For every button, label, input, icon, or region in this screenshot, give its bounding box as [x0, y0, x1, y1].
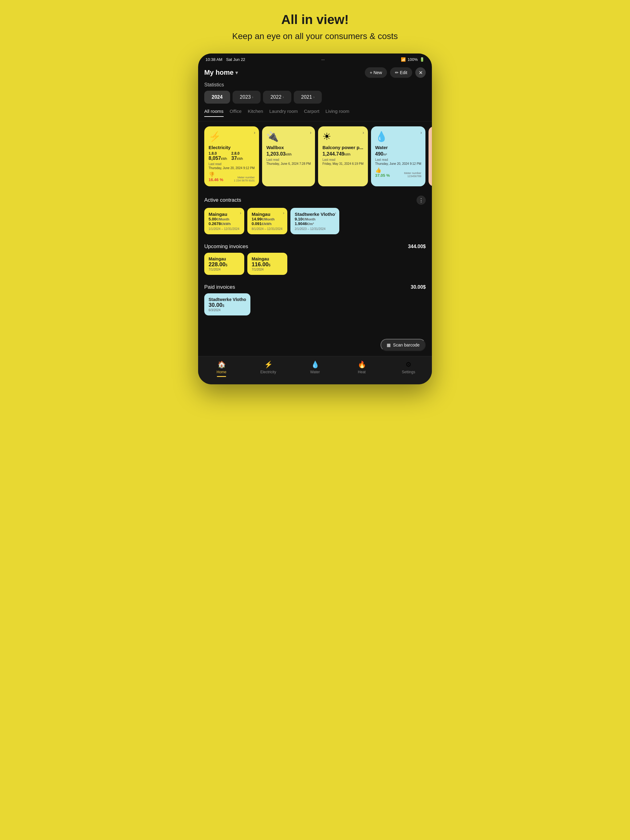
- nav-home-label: Home: [217, 370, 226, 374]
- nav-home[interactable]: 🏠 Home: [198, 361, 245, 377]
- nav-heat[interactable]: 🔥 Heat: [339, 361, 385, 377]
- chevron-right-icon: ›: [362, 130, 364, 135]
- elec-bottom: 👎 16.46 % Meter number 1 234 5678 9101: [209, 172, 255, 182]
- upcoming-invoices-total: 344.00$: [408, 244, 426, 249]
- wallbox-icon: 🔌: [266, 131, 311, 142]
- elec-thumb-down: 👎: [209, 172, 215, 177]
- water-nav-icon: 💧: [311, 361, 319, 369]
- home-selector[interactable]: My home ▾: [204, 69, 238, 77]
- balcony-card[interactable]: › ☀ Balcony power p... 1,244.749kWh Last…: [318, 126, 367, 186]
- tab-living-room[interactable]: Living room: [326, 109, 350, 117]
- nav-electricity[interactable]: ⚡ Electricity: [245, 361, 291, 377]
- chevron-down-icon: ▾: [235, 70, 238, 76]
- tab-kitchen[interactable]: Kitchen: [248, 109, 263, 117]
- new-button[interactable]: + New: [365, 67, 387, 78]
- wallbox-last-read: Last read: [266, 158, 311, 161]
- paid-invoices-total: 30.00$: [411, 284, 426, 290]
- water-meter: Meter number 123456789: [404, 172, 421, 178]
- water-thumb-up: 👍: [375, 167, 381, 173]
- wallbox-title: Wallbox: [266, 145, 311, 150]
- contracts-menu-button[interactable]: ⋮: [416, 196, 426, 205]
- chevron-right-icon: ›: [283, 95, 284, 99]
- elec-date: Thursday, June 20, 2024 9:12 PM: [209, 166, 255, 170]
- electricity-values: 1.8.0 8,057kWh 2.8.0 37kWh: [209, 151, 255, 161]
- year-tab-2024[interactable]: 2024: [204, 91, 230, 104]
- contract-dates-2: 8/1/2024 – 12/31/2024: [252, 227, 283, 231]
- water-percent: 37.05 %: [375, 173, 390, 178]
- electricity-card[interactable]: › ⚡ Electricity 1.8.0 8,057kWh 2.8.0 37k…: [204, 126, 259, 186]
- paid-invoice-amount-1: 30.00$: [209, 302, 246, 308]
- status-menu: ···: [321, 57, 325, 62]
- water-value: 490m³: [375, 151, 421, 157]
- scan-barcode-button[interactable]: ▦ Scan barcode: [380, 339, 426, 351]
- water-icon: 💧: [375, 131, 421, 142]
- contract-dates-3: 2/1/2023 – 12/31/2024: [295, 227, 335, 231]
- heat-nav-icon: 🔥: [358, 361, 366, 369]
- header-buttons: + New ✏ Edit ✕: [365, 67, 426, 78]
- invoice-amount-1: 228.00$: [209, 261, 240, 268]
- invoice-maingau-1[interactable]: Maingau 228.00$ 7/1/2024: [204, 253, 244, 275]
- home-nav-icon: 🏠: [217, 361, 226, 369]
- invoice-amount-2: 116.00$: [252, 261, 283, 268]
- year-tab-2021[interactable]: 2021 ›: [294, 91, 322, 104]
- tab-carport[interactable]: Carport: [304, 109, 319, 117]
- invoice-date-1: 7/1/2024: [209, 268, 240, 271]
- barcode-icon: ▦: [387, 343, 391, 347]
- balcony-last-read: Last read: [322, 158, 363, 161]
- statistics-title: Statistics: [198, 82, 432, 91]
- year-tab-2023[interactable]: 2023 ›: [233, 91, 261, 104]
- elec-last-read-label: Last read: [209, 163, 255, 166]
- contract-name-3: Stadtwerke Vlotho: [295, 212, 335, 217]
- invoice-maingau-2[interactable]: Maingau 116.00$ 7/1/2024: [247, 253, 287, 275]
- electricity-title: Electricity: [209, 145, 255, 150]
- close-button[interactable]: ✕: [415, 67, 426, 78]
- nav-heat-label: Heat: [358, 370, 366, 374]
- water-date: Thursday, June 20, 2024 9:12 PM: [375, 162, 421, 166]
- edit-button[interactable]: ✏ Edit: [390, 67, 412, 78]
- balcony-title: Balcony power p...: [322, 145, 363, 150]
- invoice-name-1: Maingau: [209, 256, 240, 261]
- tab-all-rooms[interactable]: All rooms: [204, 109, 224, 117]
- nav-water-label: Water: [310, 370, 320, 374]
- contracts-row: › Maingau 5.00€/Month 0.2678€/kWh 1/1/20…: [198, 208, 432, 239]
- year-tab-2022[interactable]: 2022 ›: [263, 91, 291, 104]
- chevron-right-icon: ›: [421, 130, 422, 135]
- room-tabs: All rooms Office Kitchen Laundry room Ca…: [198, 109, 432, 122]
- tab-office[interactable]: Office: [230, 109, 242, 117]
- paid-invoices-header: Paid invoices 30.00$: [198, 280, 432, 293]
- water-card[interactable]: › 💧 Water 490m³ Last read Thursday, June…: [371, 126, 426, 186]
- contract-maingau-1[interactable]: › Maingau 5.00€/Month 0.2678€/kWh 1/1/20…: [204, 208, 244, 234]
- home-label: My home: [204, 69, 233, 77]
- contract-stadtwerke[interactable]: › Stadtwerke Vlotho 9.10€/Month 1.9046€/…: [290, 208, 339, 234]
- electricity-nav-icon: ⚡: [264, 361, 272, 369]
- water-title: Water: [375, 145, 421, 150]
- battery-icon: 🔋: [419, 57, 424, 62]
- invoice-name-2: Maingau: [252, 256, 283, 261]
- contract-maingau-2[interactable]: › Maingau 14.99€/Month 0.091€/kWh 8/1/20…: [247, 208, 287, 234]
- paid-invoice-name-1: Stadtwerke Vlotho: [209, 297, 246, 302]
- elec-val1: 1.8.0: [209, 151, 227, 156]
- balcony-date: Friday, May 31, 2024 6:19 PM: [322, 162, 363, 166]
- contract-name-1: Maingau: [209, 212, 240, 217]
- elec-val2: 2.8.0: [231, 151, 243, 156]
- gas-card[interactable]: › 🔥 Gas 17,020.16m³ Last read Thursday, …: [429, 126, 432, 186]
- water-last-read: Last read: [375, 158, 421, 161]
- nav-electricity-label: Electricity: [260, 370, 276, 374]
- invoice-stadtwerke-paid[interactable]: Stadtwerke Vlotho 30.00$ 6/3/2024: [204, 293, 250, 316]
- tab-laundry-room[interactable]: Laundry room: [269, 109, 298, 117]
- wallbox-date: Thursday, June 6, 2024 7:28 PM: [266, 162, 311, 166]
- device-frame: 10:38 AM Sat Jun 22 ··· 📶 100% 🔋 My home…: [198, 54, 432, 384]
- solar-icon: ☀: [322, 131, 363, 142]
- paid-invoice-date-1: 6/3/2024: [209, 308, 246, 312]
- contract-price-3: 9.10€/Month: [295, 217, 335, 221]
- invoice-date-2: 7/1/2024: [252, 268, 283, 271]
- bottom-nav: 🏠 Home ⚡ Electricity 💧 Water 🔥 Heat ⚙ Se…: [198, 356, 432, 384]
- chevron-right-icon: ›: [252, 95, 253, 99]
- nav-home-indicator: [217, 376, 226, 377]
- nav-water[interactable]: 💧 Water: [291, 361, 339, 377]
- wallbox-card[interactable]: › 🔌 Wallbox 1,203.03kWh Last read Thursd…: [262, 126, 315, 186]
- nav-settings[interactable]: ⚙ Settings: [385, 361, 432, 377]
- promo-subtitle: Keep an eye on all your consumers & cost…: [232, 32, 398, 41]
- app-header: My home ▾ + New ✏ Edit ✕: [198, 64, 432, 82]
- battery-percent: 100%: [408, 57, 418, 62]
